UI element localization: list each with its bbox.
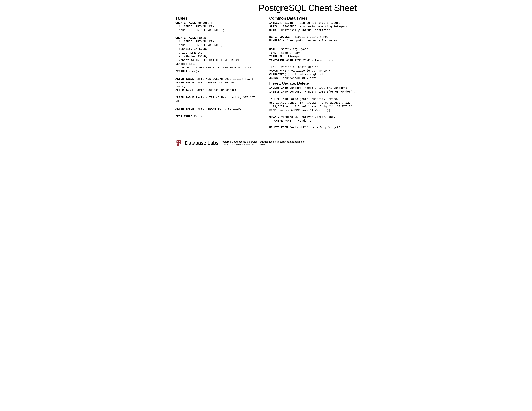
kw-real: REAL, DOUBLE: [269, 35, 290, 38]
text: (x) - fixed x-length string: [285, 73, 330, 76]
kw-create-table: CREATE TABLE: [175, 21, 196, 25]
text: price NUMERIC,: [175, 51, 202, 54]
svg-point-8: [180, 143, 180, 143]
text: ALTER TABLE Parts RENAME TO PartsTable;: [175, 107, 241, 110]
text: ALTER TABLE Parts DROP COLUMN descr;: [175, 88, 236, 92]
code-drop: DROP TABLE Parts;: [175, 115, 263, 118]
kw-character: CHARACTER: [269, 73, 285, 76]
text: – timespan: [283, 55, 302, 58]
text: WITH TIME ZONE - time + date: [285, 59, 334, 62]
kw-text: TEXT: [269, 65, 276, 69]
code-create-vendors: CREATE TABLE Vendors ( id SERIAL PRIMARY…: [175, 21, 263, 32]
text: , BIGINT - signed 4/8 byte integers: [281, 21, 341, 25]
logo-icon: [175, 139, 183, 147]
footer-brand: Database Labs: [185, 140, 218, 146]
kw-time: TIME: [269, 51, 276, 55]
footer-tagline: Postgres Database as a Service · Suggest…: [221, 140, 305, 143]
page-title: PostgreSQL Cheat Sheet: [175, 3, 357, 13]
svg-point-9: [178, 145, 179, 145]
text: name TEXT UNIQUE NOT NULL);: [175, 29, 225, 32]
text: Parts;: [192, 115, 204, 118]
kw-interval: INTERVAL: [269, 55, 283, 58]
code-float-types: REAL, DOUBLE - floating point number NUM…: [269, 35, 357, 43]
kw-date: DATE: [269, 47, 276, 51]
page: PostgreSQL Cheat Sheet Tables CREATE TAB…: [169, 0, 363, 149]
text: quantity INTEGER,: [175, 47, 208, 51]
columns: Tables CREATE TABLE Vendors ( id SERIAL …: [175, 15, 357, 129]
text: INSERT INTO Vendors (Name) VALUES ('Othe…: [269, 90, 356, 93]
code-update: UPDATE Vendors SET name='A Vendor, Inc.'…: [269, 115, 357, 123]
text: attributes JSONB,: [175, 55, 208, 58]
text: - variable length string: [276, 65, 318, 69]
text: id SERIAL PRIMARY KEY,: [175, 25, 216, 28]
text: - month, day, year: [276, 47, 308, 51]
kw-drop-table: DROP TABLE: [175, 115, 192, 118]
text: (x) - variable length up to x: [281, 69, 330, 72]
section-tables: Tables: [175, 16, 263, 20]
text: Parts ADD COLUMN description TEXT;: [194, 77, 253, 81]
text: ALTER TABLE Parts RENAME COLUMN descript…: [175, 81, 255, 88]
text: name TEXT UNIQUE NOT NULL,: [175, 44, 223, 47]
code-delete: DELETE FROM Parts WHERE name='Grey Widge…: [269, 126, 357, 129]
kw-integer: INTEGER: [269, 21, 281, 25]
kw-jsonb: JSONB: [269, 76, 278, 80]
kw-uuid: UUID: [269, 29, 276, 32]
left-column: Tables CREATE TABLE Vendors ( id SERIAL …: [175, 15, 263, 129]
text: createdAt TIMESTAMP WITH TIME ZONE NOT N…: [175, 66, 253, 73]
code-date-types: DATE - month, day, year TIME - time of d…: [269, 47, 357, 62]
kw-timestamp: TIMESTAMP: [269, 59, 285, 62]
section-insert-update-delete: Insert, Update, Delete: [269, 81, 357, 86]
kw-alter-table: ALTER TABLE: [175, 77, 194, 81]
svg-point-5: [178, 140, 179, 141]
code-alter: ALTER TABLE Parts ADD COLUMN description…: [175, 77, 263, 111]
svg-point-6: [180, 140, 180, 141]
text: - floating point number: [290, 35, 330, 38]
kw-varchar: VARCHAR: [269, 69, 281, 72]
text: Vendors SET name='A Vendor, Inc.': [279, 115, 337, 119]
text: - compressed JSON data: [278, 76, 317, 80]
text: id SERIAL PRIMARY KEY,: [175, 40, 216, 43]
text: INSERT INTO Parts (name, quantity, price…: [269, 97, 354, 112]
text: , BIGSERIAL - auto-incrementing integers: [279, 25, 347, 28]
text: - universally unique identifier: [276, 29, 330, 32]
hex-logo-icon: [175, 139, 183, 147]
code-string-types: TEXT - variable length string VARCHAR(x)…: [269, 65, 357, 80]
kw-update: UPDATE: [269, 115, 279, 119]
text: vendor_id INTEGER NOT NULL REFERENCES ve…: [175, 59, 243, 65]
text: ALTER TABLE Parts ALTER COLUMN quantity …: [175, 96, 257, 103]
kw-insert: INSERT INTO: [269, 86, 288, 90]
text: WHERE NAME='A Vendor';: [269, 119, 312, 122]
text: Parts WHERE name='Grey Widget';: [288, 126, 342, 129]
code-int-types: INTEGER, BIGINT - signed 4/8 byte intege…: [269, 21, 357, 32]
text: Vendors (: [196, 21, 213, 25]
text: - fixed point number - for money: [281, 39, 337, 42]
footer-text: Postgres Database as a Service · Suggest…: [221, 140, 305, 145]
right-column: Common Data Types INTEGER, BIGINT - sign…: [269, 15, 357, 129]
footer-copyright: Copyright © 2016 Database Labs LLC. All …: [221, 143, 305, 146]
svg-point-7: [178, 143, 179, 143]
kw-create-table: CREATE TABLE: [175, 36, 196, 39]
code-create-parts: CREATE TABLE Parts ( id SERIAL PRIMARY K…: [175, 36, 263, 73]
kw-numeric: NUMERIC: [269, 39, 281, 42]
text: Vendors (Name) VALUES ('A Vendor');: [288, 86, 349, 90]
text: - time of day: [276, 51, 300, 55]
kw-serial: SERIAL: [269, 25, 279, 28]
footer: Database Labs Postgres Database as a Ser…: [175, 139, 357, 147]
text: Parts (: [196, 36, 209, 39]
kw-delete: DELETE FROM: [269, 126, 288, 129]
code-insert: INSERT INTO Vendors (Name) VALUES ('A Ve…: [269, 86, 357, 112]
section-data-types: Common Data Types: [269, 16, 357, 20]
